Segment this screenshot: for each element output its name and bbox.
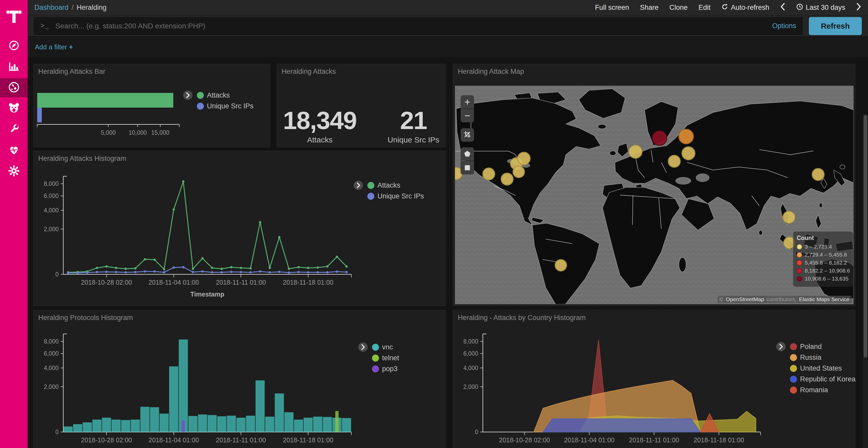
attack-location-circle — [782, 211, 796, 224]
attack-location-circle — [482, 168, 495, 180]
legend-color-dot — [372, 344, 379, 351]
plus-icon: + — [69, 43, 73, 51]
time-back-button[interactable] — [780, 3, 785, 12]
sidebar-item-tpot-bear[interactable] — [0, 99, 28, 118]
metric-value: 18,349 — [283, 108, 357, 133]
share-button[interactable]: Share — [640, 4, 658, 12]
map-zoom-out-button[interactable]: − — [461, 109, 474, 122]
legend-item[interactable]: Republic of Korea — [790, 375, 856, 383]
svg-text:2018-11-18 01:00: 2018-11-18 01:00 — [283, 279, 334, 286]
map-legend-item: 3 – 2,729.4 — [797, 244, 849, 250]
refresh-button[interactable]: Refresh — [809, 17, 862, 35]
expand-legend-icon[interactable] — [776, 342, 786, 352]
legend-item[interactable]: United States — [790, 365, 856, 372]
map-fit-bounds-button[interactable] — [461, 128, 474, 142]
metric-label: Unique Src IPs — [388, 136, 439, 144]
legend-item[interactable]: Unique Src IPs — [197, 102, 253, 110]
svg-text:2018-11-18 01:00: 2018-11-18 01:00 — [283, 436, 334, 444]
legend-item[interactable]: Attacks — [367, 181, 424, 189]
svg-text:8,000: 8,000 — [44, 180, 59, 187]
sidebar-item-management[interactable] — [0, 162, 28, 181]
legend-item[interactable]: telnet — [372, 354, 399, 362]
legend-color-dot — [790, 376, 797, 383]
edit-button[interactable]: Edit — [699, 4, 711, 12]
legend-color-dot — [790, 387, 797, 393]
add-filter-button[interactable]: Add a filter+ — [35, 43, 73, 51]
attack-location-circle — [668, 155, 681, 168]
map-controls: + − — [461, 95, 474, 180]
elastic-maps-service-link[interactable]: Elastic Maps Service — [798, 296, 850, 303]
minus-icon: − — [464, 110, 470, 121]
world-map[interactable]: + − — [455, 86, 854, 304]
svg-text:2018-10-28 02:00: 2018-10-28 02:00 — [81, 436, 132, 444]
full-screen-button[interactable]: Full screen — [595, 4, 629, 12]
expand-legend-icon[interactable] — [183, 90, 193, 101]
clone-button[interactable]: Clone — [669, 4, 688, 12]
sidebar-item-discover[interactable] — [0, 36, 28, 56]
legend-item[interactable]: Attacks — [197, 91, 253, 99]
map-legend-range: 8,182.2 – 10,908.6 — [805, 268, 850, 274]
search-input[interactable] — [55, 22, 767, 30]
map-draw-rectangle-button[interactable] — [461, 161, 474, 174]
openstreetmap-link[interactable]: OpenStreetMap — [725, 296, 765, 303]
clock-icon — [796, 3, 803, 12]
breadcrumb-separator: / — [71, 4, 74, 12]
svg-text:0: 0 — [55, 271, 59, 278]
sidebar-item-dashboard[interactable] — [0, 78, 28, 97]
auto-refresh-button[interactable]: Auto-refresh — [721, 3, 769, 12]
legend-item[interactable]: Poland — [790, 343, 856, 351]
map-draw-polygon-button[interactable] — [461, 147, 474, 161]
t-mobile-logo-icon[interactable] — [0, 5, 28, 29]
legend-label: Unique Src IPs — [377, 192, 424, 200]
legend-item[interactable]: vnc — [372, 343, 399, 351]
bar-chart-icon — [8, 60, 20, 74]
map-legend-item: 10,908.6 – 13,635 — [797, 276, 849, 282]
breadcrumb-current: Heralding — [77, 4, 107, 12]
svg-text:2,000: 2,000 — [44, 226, 59, 233]
legend-item[interactable]: Unique Src IPs — [367, 192, 424, 200]
breadcrumb-dashboard[interactable]: Dashboard — [34, 4, 68, 12]
metric-value: 21 — [400, 108, 427, 133]
options-button[interactable]: Options — [772, 22, 796, 30]
panel-heralding-attacks-metric: Heralding Attacks 18,349 Attacks 21 Uniq… — [277, 64, 445, 147]
attack-location-circle — [628, 145, 643, 159]
protocols-histogram-chart: 02,0004,0006,0008,0002018-10-28 02:00201… — [36, 310, 356, 448]
legend-label: United States — [800, 365, 842, 372]
scrollbar-thumb[interactable] — [864, 115, 867, 358]
legend-label: telnet — [382, 354, 399, 362]
compass-icon — [8, 39, 20, 53]
time-forward-button[interactable] — [856, 3, 861, 12]
legend-item[interactable]: Romania — [790, 386, 856, 394]
query-bar: >_ Options Refresh — [28, 15, 868, 36]
map-legend-item: 2,729.4 – 5,455.8 — [797, 252, 849, 258]
legend-item[interactable]: pop3 — [372, 365, 399, 373]
expand-legend-icon[interactable] — [358, 342, 368, 353]
map-legend-color-dot — [797, 244, 802, 249]
legend-item[interactable]: Russia — [790, 353, 856, 361]
time-range-picker[interactable]: Last 30 days — [796, 3, 845, 12]
expand-legend-icon[interactable] — [353, 180, 363, 191]
map-count-legend: Count 3 – 2,729.42,729.4 – 5,455.85,455.… — [793, 232, 853, 287]
attack-location-circle — [517, 152, 531, 165]
gauge-icon — [7, 81, 21, 95]
top-nav-bar: Dashboard / Heralding Full screen Share … — [28, 0, 868, 15]
attack-location-circle — [812, 168, 825, 181]
page-scrollbar — [863, 114, 868, 448]
attack-location-circle — [513, 166, 525, 178]
legend-label: Attacks — [377, 181, 400, 189]
sidebar-item-dev-tools[interactable] — [0, 120, 28, 139]
legend-color-dot — [790, 365, 797, 372]
panel-heralding-protocols-histogram: Heralding Protocols Histogram 02,0004,00… — [33, 310, 445, 448]
sidebar-item-visualize[interactable] — [0, 57, 28, 76]
top-menu: Full screen Share Clone Edit Auto-refres… — [595, 3, 861, 12]
sidebar-item-monitoring[interactable] — [0, 141, 28, 160]
map-zoom-in-button[interactable]: + — [461, 95, 474, 109]
svg-text:15,000: 15,000 — [151, 129, 169, 136]
legend-label: Republic of Korea — [800, 375, 856, 383]
panel-heralding-attacks-by-country: Heralding - Attacks by Country Histogram… — [453, 310, 855, 448]
legend-color-dot — [367, 193, 374, 200]
map-attribution: © OpenStreetMap contributors, Elastic Ma… — [718, 296, 852, 303]
map-legend-color-dot — [797, 268, 802, 274]
legend-label: vnc — [382, 343, 393, 351]
metric-unique-src-ips: 21 Unique Src IPs — [388, 108, 439, 144]
